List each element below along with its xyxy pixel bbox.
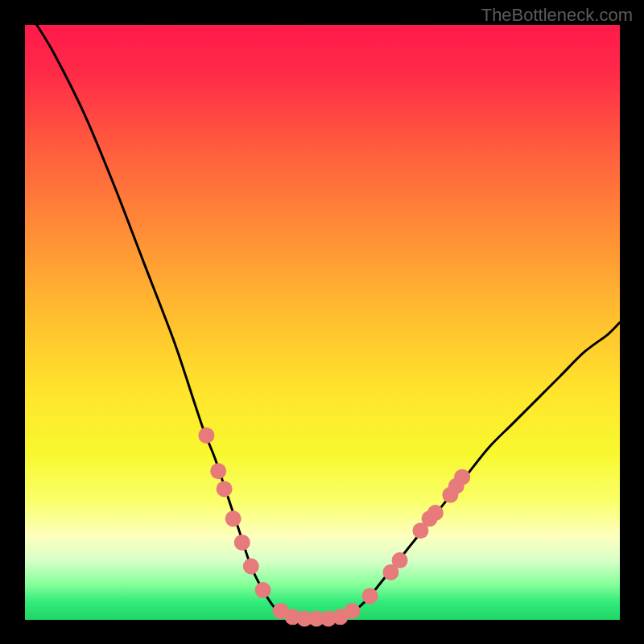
data-marker [392,552,408,568]
data-marker [234,535,250,551]
data-marker [362,588,378,604]
bottleneck-chart [0,0,644,644]
data-marker [255,582,271,598]
data-marker [427,505,444,521]
data-marker [344,603,360,619]
data-marker [243,558,259,574]
data-marker [454,469,470,485]
data-marker [198,427,214,444]
data-marker [217,481,233,497]
watermark-text: TheBottleneck.com [481,5,633,26]
data-marker [210,463,226,479]
plot-background [25,25,620,620]
data-marker [225,510,242,526]
chart-frame: { "watermark": "TheBottleneck.com", "cha… [0,0,644,644]
